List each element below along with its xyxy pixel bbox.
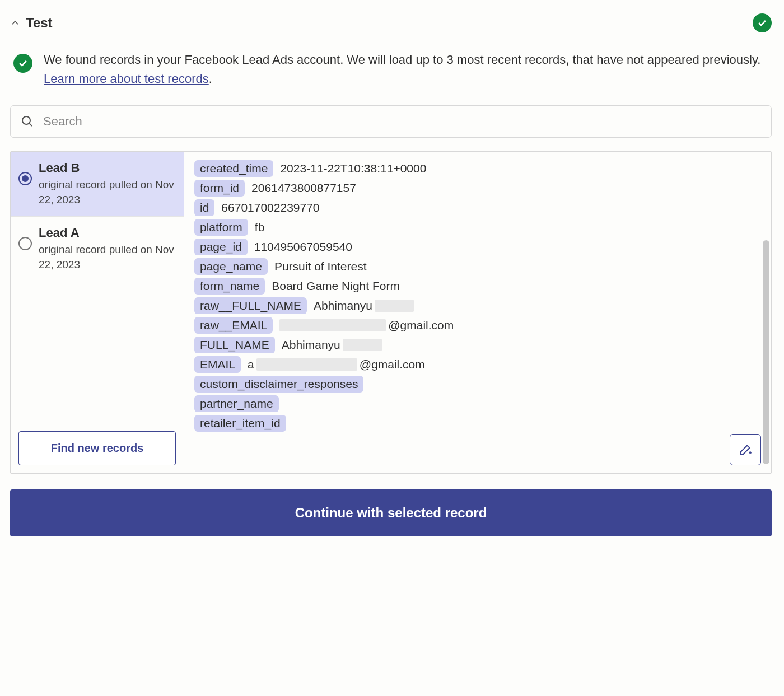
field-value: Abhimanyu	[282, 338, 382, 352]
field-row: id667017002239770	[194, 199, 761, 216]
find-new-records-button[interactable]: Find new records	[18, 431, 176, 465]
field-key: platform	[194, 219, 248, 236]
svg-point-0	[22, 116, 30, 124]
field-row: FULL_NAMEAbhimanyu	[194, 337, 761, 353]
section-header: Test	[10, 13, 772, 32]
record-item[interactable]: Lead Aoriginal record pulled on Nov 22, …	[11, 217, 184, 282]
header-left[interactable]: Test	[10, 15, 53, 31]
search-box[interactable]	[10, 105, 772, 138]
field-row: platformfb	[194, 219, 761, 236]
scrollbar[interactable]	[763, 240, 769, 464]
records-sidebar: Lead Boriginal record pulled on Nov 22, …	[11, 152, 184, 473]
field-key: page_id	[194, 239, 248, 255]
record-title: Lead B	[39, 161, 176, 175]
status-success-icon	[753, 13, 772, 32]
field-value: @gmail.com	[279, 319, 454, 332]
field-row: raw__FULL_NAMEAbhimanyu	[194, 297, 761, 314]
record-subtitle: original record pulled on Nov 22, 2023	[39, 177, 176, 207]
pencil-plus-icon	[738, 442, 753, 457]
field-value: Abhimanyu	[314, 299, 414, 312]
radio-icon	[18, 237, 32, 250]
field-key: created_time	[194, 160, 273, 177]
field-key: custom_disclaimer_responses	[194, 376, 363, 393]
field-row: EMAILa@gmail.com	[194, 356, 761, 373]
edit-record-button[interactable]	[730, 434, 761, 465]
records-panel: Lead Boriginal record pulled on Nov 22, …	[10, 151, 772, 474]
field-row: page_id110495067059540	[194, 239, 761, 255]
field-key: FULL_NAME	[194, 337, 275, 353]
field-row: partner_name	[194, 395, 761, 412]
field-key: retailer_item_id	[194, 415, 286, 432]
check-icon	[13, 54, 32, 73]
field-key: page_name	[194, 258, 268, 275]
record-item[interactable]: Lead Boriginal record pulled on Nov 22, …	[11, 152, 184, 217]
field-value: 667017002239770	[221, 201, 319, 214]
search-icon	[21, 115, 34, 128]
redacted-segment	[375, 300, 414, 312]
learn-more-link[interactable]: Learn more about test records	[44, 72, 209, 86]
field-value: a@gmail.com	[248, 358, 425, 371]
redacted-segment	[256, 358, 357, 371]
sidebar-footer: Find new records	[11, 423, 184, 473]
field-value: 110495067059540	[254, 240, 352, 254]
field-key: EMAIL	[194, 356, 241, 373]
redacted-segment	[343, 339, 382, 351]
record-text: Lead Aoriginal record pulled on Nov 22, …	[39, 226, 176, 272]
field-key: id	[194, 199, 214, 216]
field-row: form_nameBoard Game Night Form	[194, 278, 761, 295]
chevron-up-icon	[10, 18, 20, 28]
field-value: Pursuit of Interest	[274, 260, 367, 273]
info-text-after: .	[209, 72, 212, 86]
info-text-main: We found records in your Facebook Lead A…	[44, 53, 760, 67]
field-row: created_time2023-11-22T10:38:11+0000	[194, 160, 761, 177]
field-value: 2061473800877157	[251, 181, 356, 195]
field-key: raw__EMAIL	[194, 317, 273, 334]
record-text: Lead Boriginal record pulled on Nov 22, …	[39, 161, 176, 207]
record-details-inner[interactable]: created_time2023-11-22T10:38:11+0000form…	[184, 152, 771, 473]
record-title: Lead A	[39, 226, 176, 240]
field-key: form_id	[194, 180, 245, 197]
radio-icon	[18, 172, 32, 185]
field-value: 2023-11-22T10:38:11+0000	[280, 162, 426, 175]
info-text: We found records in your Facebook Lead A…	[44, 50, 772, 88]
redacted-segment	[279, 319, 386, 331]
field-key: form_name	[194, 278, 265, 295]
records-list: Lead Boriginal record pulled on Nov 22, …	[11, 152, 184, 423]
search-input[interactable]	[42, 114, 761, 129]
info-banner: We found records in your Facebook Lead A…	[10, 50, 772, 88]
field-row: retailer_item_id	[194, 415, 761, 432]
field-row: page_namePursuit of Interest	[194, 258, 761, 275]
field-value: fb	[255, 221, 265, 234]
continue-button[interactable]: Continue with selected record	[10, 489, 772, 536]
record-subtitle: original record pulled on Nov 22, 2023	[39, 242, 176, 272]
field-row: custom_disclaimer_responses	[194, 376, 761, 393]
field-key: partner_name	[194, 395, 279, 412]
field-row: raw__EMAIL@gmail.com	[194, 317, 761, 334]
section-title: Test	[26, 15, 53, 31]
field-row: form_id2061473800877157	[194, 180, 761, 197]
record-details: created_time2023-11-22T10:38:11+0000form…	[184, 152, 771, 473]
svg-line-1	[29, 123, 32, 126]
field-value: Board Game Night Form	[272, 279, 400, 293]
field-key: raw__FULL_NAME	[194, 297, 307, 314]
